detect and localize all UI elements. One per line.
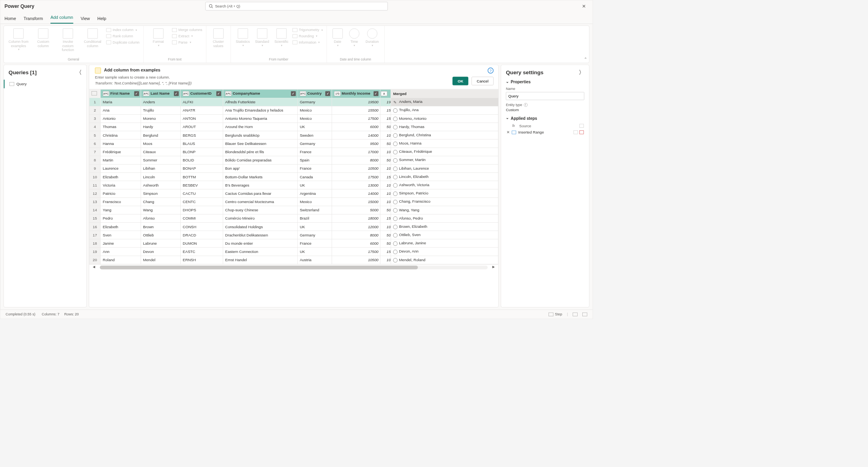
cell-merged[interactable]: Berglund, Christina: [391, 131, 498, 139]
rank-column-button[interactable]: Rank column: [105, 33, 141, 38]
cell-company-name[interactable]: Berglunds snabbköp: [223, 131, 297, 139]
cell-clipped[interactable]: 15: [380, 106, 391, 114]
cell-last-name[interactable]: Moreno: [141, 114, 180, 123]
rounding-button[interactable]: Rounding▾: [291, 33, 324, 38]
cell-company-name[interactable]: Alfreds Futterkiste: [223, 98, 297, 106]
cell-clipped[interactable]: 15: [380, 214, 391, 222]
tab-add-column[interactable]: Add column: [50, 15, 73, 24]
scroll-right-icon[interactable]: ▶: [492, 265, 495, 269]
cell-clipped[interactable]: 10: [380, 131, 391, 139]
cell-company-name[interactable]: Blauer See Delikatessen: [223, 139, 297, 148]
cell-company-name[interactable]: Antonio Moreno Taqueria: [223, 114, 297, 123]
cell-country[interactable]: Sweden: [297, 131, 332, 139]
duration-button[interactable]: Duration▾: [363, 27, 382, 48]
cell-clipped[interactable]: 10: [380, 181, 391, 189]
cell-first-name[interactable]: Christina: [101, 131, 141, 139]
col-last-name[interactable]: ABCLast Name✓: [141, 90, 180, 98]
cell-clipped[interactable]: 10: [380, 223, 391, 231]
col-first-name[interactable]: ABCFirst Name✓: [101, 90, 141, 98]
cell-monthly-income[interactable]: 10500: [332, 164, 380, 172]
cell-customer-id[interactable]: BLONP: [180, 148, 223, 156]
close-button[interactable]: ✕: [580, 2, 588, 10]
format-button[interactable]: Format▾: [146, 27, 170, 48]
cell-country[interactable]: Austria: [297, 256, 332, 264]
cell-country[interactable]: France: [297, 148, 332, 156]
col-country[interactable]: ABCCountry✓: [297, 90, 332, 98]
table-row[interactable]: 8MartinSommerBOLIDBólido Comidas prepara…: [89, 156, 498, 164]
step-settings-icon[interactable]: [580, 130, 584, 134]
cell-company-name[interactable]: Drachenblut Delikatessen: [223, 231, 297, 239]
cell-customer-id[interactable]: EASTC: [180, 247, 223, 256]
horizontal-scrollbar[interactable]: ◀ ▶: [89, 264, 499, 270]
information-button[interactable]: Information▾: [291, 40, 324, 45]
cell-merged[interactable]: Labrune, Janine: [391, 239, 498, 247]
properties-header[interactable]: Properties: [506, 80, 584, 84]
table-row[interactable]: 14YangWangDHOPSChop-suey ChineseSwitzerl…: [89, 206, 498, 214]
cell-country[interactable]: Brazil: [297, 214, 332, 222]
cell-first-name[interactable]: Ann: [101, 247, 141, 256]
col-company-name[interactable]: ABCCompanyName✓: [223, 90, 297, 98]
cell-clipped[interactable]: 15: [380, 114, 391, 123]
cell-monthly-income[interactable]: 19500: [332, 98, 380, 106]
cell-merged[interactable]: Wang, Yang: [391, 206, 498, 214]
table-row[interactable]: 1MariaAndersALFKIAlfreds FutterkisteGerm…: [89, 98, 498, 106]
cell-merged[interactable]: Anders, Maria: [391, 98, 498, 106]
info-icon[interactable]: i: [524, 103, 528, 107]
cell-customer-id[interactable]: COMMI: [180, 214, 223, 222]
cell-country[interactable]: UK: [297, 247, 332, 256]
column-from-examples-button[interactable]: Column from examples▾: [6, 27, 30, 53]
cell-country[interactable]: Canada: [297, 173, 332, 181]
tab-transform[interactable]: Transform: [24, 16, 43, 24]
col-merged[interactable]: Merged: [391, 90, 498, 98]
conditional-column-button[interactable]: Conditional column: [81, 27, 105, 49]
cell-clipped[interactable]: 50: [380, 206, 391, 214]
cell-country[interactable]: Argentina: [297, 189, 332, 198]
cell-clipped[interactable]: 50: [380, 239, 391, 247]
cell-last-name[interactable]: Labrune: [141, 239, 180, 247]
cell-last-name[interactable]: Berglund: [141, 131, 180, 139]
custom-column-button[interactable]: Custom column: [31, 27, 55, 49]
index-column-button[interactable]: Index column▾: [105, 27, 141, 33]
cell-last-name[interactable]: Hardy: [141, 123, 180, 131]
cell-monthly-income[interactable]: 9500: [332, 139, 380, 148]
col-monthly-income[interactable]: 123Monthly Income✓: [332, 90, 380, 98]
table-row[interactable]: 20RolandMendelERNSHErnst HandelAustria10…: [89, 256, 498, 264]
table-row[interactable]: 11VictoriaAshworthBESBEVB's BeveragesUK1…: [89, 181, 498, 189]
cell-first-name[interactable]: Sven: [101, 231, 141, 239]
cell-country[interactable]: Mexico: [297, 114, 332, 123]
cell-customer-id[interactable]: ANTON: [180, 114, 223, 123]
cell-monthly-income[interactable]: 8000: [332, 231, 380, 239]
cell-merged[interactable]: Moreno, Antonio: [391, 114, 498, 123]
applied-steps-header[interactable]: Applied steps: [506, 116, 584, 121]
cell-monthly-income[interactable]: 18000: [332, 214, 380, 222]
cell-first-name[interactable]: Hanna: [101, 139, 141, 148]
cell-company-name[interactable]: Consolidated Holdings: [223, 223, 297, 231]
cell-last-name[interactable]: Mendel: [141, 256, 180, 264]
cell-company-name[interactable]: Comércio Mineiro: [223, 214, 297, 222]
cell-monthly-income[interactable]: 10500: [332, 256, 380, 264]
cell-last-name[interactable]: Sommer: [141, 156, 180, 164]
cell-last-name[interactable]: Afonso: [141, 214, 180, 222]
cell-monthly-income[interactable]: 13000: [332, 181, 380, 189]
cluster-values-button[interactable]: Cluster values: [209, 27, 228, 49]
cell-first-name[interactable]: Laurence: [101, 164, 141, 172]
cell-last-name[interactable]: Moos: [141, 139, 180, 148]
cell-monthly-income[interactable]: 17500: [332, 173, 380, 181]
expand-settings-icon[interactable]: 〉: [579, 69, 584, 76]
cell-monthly-income[interactable]: 6000: [332, 239, 380, 247]
cell-clipped[interactable]: 15: [380, 173, 391, 181]
cell-company-name[interactable]: Eastern Connection: [223, 247, 297, 256]
table-row[interactable]: 7FrédériqueCiteauxBLONPBlondesddsl pére …: [89, 148, 498, 156]
cell-first-name[interactable]: Martin: [101, 156, 141, 164]
delete-step-icon[interactable]: ✕: [506, 130, 510, 134]
cell-first-name[interactable]: Victoria: [101, 181, 141, 189]
cell-customer-id[interactable]: BONAP: [180, 164, 223, 172]
cell-customer-id[interactable]: CENTC: [180, 198, 223, 206]
cell-first-name[interactable]: Janine: [101, 239, 141, 247]
trigonometry-button[interactable]: Trigonometry▾: [291, 27, 324, 33]
cell-merged[interactable]: Ottlieb, Sven: [391, 231, 498, 239]
cell-monthly-income[interactable]: 14000: [332, 131, 380, 139]
invoke-custom-function-button[interactable]: Invoke custom function: [56, 27, 80, 53]
cell-clipped[interactable]: 10: [380, 189, 391, 198]
cell-customer-id[interactable]: CACTU: [180, 189, 223, 198]
